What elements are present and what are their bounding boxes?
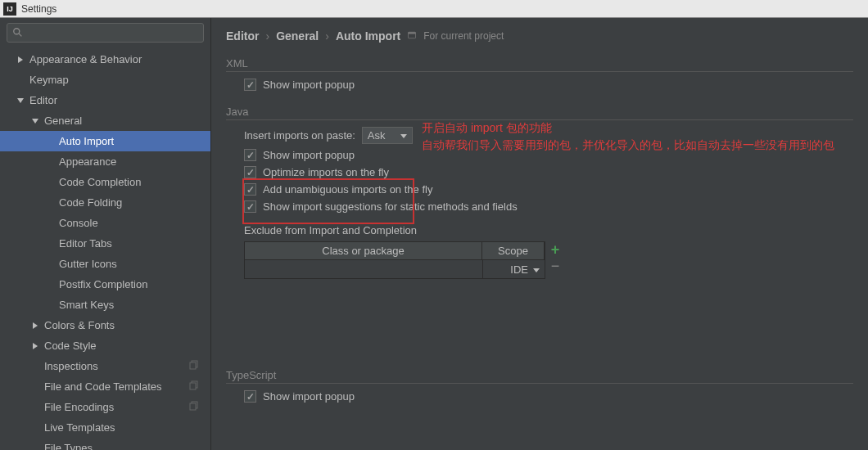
sidebar-item-label: Appearance & Behavior [29, 53, 210, 65]
checkbox-unambiguous-imports[interactable] [244, 183, 256, 196]
sidebar-item-smart-keys[interactable]: Smart Keys [0, 295, 210, 315]
checkbox-ts-show-popup[interactable] [244, 390, 256, 403]
no-arrow [44, 299, 56, 311]
chevron-down-icon[interactable] [533, 263, 540, 276]
sidebar-item-appearance[interactable]: Appearance [0, 151, 210, 172]
sidebar-item-label: Appearance [59, 155, 210, 168]
sidebar-item-keymap[interactable]: Keymap [0, 70, 210, 90]
search-icon [12, 27, 24, 38]
project-icon [407, 29, 417, 43]
remove-button[interactable]: − [549, 259, 562, 272]
settings-tree: Appearance & BehaviorKeymapEditorGeneral… [0, 47, 210, 450]
sidebar-item-code-completion[interactable]: Code Completion [0, 172, 210, 192]
table-row[interactable]: IDE [245, 260, 545, 278]
chevron-down-icon[interactable] [15, 95, 26, 106]
breadcrumb-item[interactable]: Auto Import [336, 29, 400, 43]
search-input[interactable] [7, 23, 204, 43]
sidebar: Appearance & BehaviorKeymapEditorGeneral… [0, 18, 211, 450]
checkbox-optimize-imports[interactable] [244, 166, 256, 178]
label-ts-show-popup: Show import popup [263, 390, 355, 403]
sidebar-item-appearance-behavior[interactable]: Appearance & Behavior [0, 49, 210, 70]
th-scope[interactable]: Scope [482, 242, 545, 260]
label-xml-show-popup: Show import popup [263, 79, 355, 91]
svg-rect-10 [190, 383, 196, 389]
sidebar-item-label: Inspections [44, 360, 189, 372]
sidebar-item-label: Colors & Fonts [44, 319, 210, 331]
svg-line-1 [19, 34, 22, 37]
svg-rect-12 [190, 403, 196, 410]
breadcrumb-item[interactable]: Editor [226, 29, 259, 43]
project-level-icon [189, 360, 199, 372]
checkbox-java-show-popup[interactable] [244, 149, 256, 161]
label-static-suggestions: Show import suggestions for static metho… [263, 200, 518, 213]
project-scope-label: For current project [423, 30, 504, 42]
sidebar-item-label: File Types [44, 442, 210, 450]
sidebar-item-code-style[interactable]: Code Style [0, 335, 210, 356]
label-insert-on-paste: Insert imports on paste: [244, 129, 355, 142]
sidebar-item-general[interactable]: General [0, 110, 210, 131]
sidebar-item-postfix-completion[interactable]: Postfix Completion [0, 274, 210, 295]
no-arrow [44, 279, 56, 290]
no-arrow [44, 218, 56, 229]
no-arrow [44, 156, 56, 168]
sidebar-item-label: File and Code Templates [44, 380, 189, 393]
sidebar-item-file-and-code-templates[interactable]: File and Code Templates [0, 376, 210, 397]
sidebar-item-label: Live Templates [44, 421, 210, 434]
no-arrow [29, 443, 41, 451]
chevron-down-icon[interactable] [29, 115, 41, 127]
breadcrumb-item[interactable]: General [276, 29, 319, 43]
chevron-right-icon[interactable] [29, 320, 41, 331]
sidebar-item-editor[interactable]: Editor [0, 90, 210, 110]
checkbox-xml-show-popup[interactable] [244, 79, 256, 91]
sidebar-item-label: Keymap [29, 74, 210, 86]
no-arrow [44, 238, 56, 250]
sidebar-item-file-encodings[interactable]: File Encodings [0, 397, 210, 417]
titlebar: IJ Settings [0, 0, 868, 18]
section-xml: XML [226, 57, 853, 72]
svg-marker-4 [32, 119, 38, 124]
svg-marker-15 [400, 134, 407, 138]
chevron-right-icon[interactable] [15, 54, 26, 65]
svg-marker-5 [33, 322, 38, 329]
content-panel: Editor › General › Auto Import For curre… [211, 18, 868, 450]
sidebar-item-label: File Encodings [44, 401, 189, 413]
svg-rect-8 [190, 362, 196, 369]
sidebar-item-label: Console [59, 217, 210, 229]
project-level-icon [189, 401, 199, 413]
chevron-right-icon[interactable] [29, 340, 41, 352]
sidebar-item-label: Code Completion [59, 176, 210, 188]
app-icon: IJ [3, 2, 16, 16]
svg-marker-6 [33, 343, 38, 349]
svg-marker-2 [18, 56, 23, 63]
annotation-text: 开启自动 import 包的功能 自动帮我们导入需要用到的包，并优化导入的包，比… [422, 119, 864, 154]
sidebar-item-auto-import[interactable]: Auto Import [0, 131, 210, 151]
window-title: Settings [21, 3, 57, 15]
label-optimize-imports: Optimize imports on the fly [263, 166, 389, 178]
breadcrumb: Editor › General › Auto Import For curre… [226, 29, 853, 43]
sidebar-item-label: Code Style [44, 340, 210, 352]
svg-marker-3 [17, 98, 24, 103]
label-exclude-header: Exclude from Import and Completion [244, 224, 853, 236]
th-class[interactable]: Class or package [245, 242, 482, 260]
sidebar-item-editor-tabs[interactable]: Editor Tabs [0, 233, 210, 254]
no-arrow [44, 259, 56, 270]
dropdown-insert-on-paste[interactable]: Ask [362, 127, 413, 144]
add-button[interactable]: + [549, 243, 562, 256]
chevron-down-icon [400, 129, 407, 142]
checkbox-static-suggestions[interactable] [244, 200, 256, 213]
section-java: Java [226, 106, 853, 120]
sidebar-item-label: Postfix Completion [59, 278, 210, 290]
svg-point-0 [14, 29, 20, 34]
sidebar-item-colors-fonts[interactable]: Colors & Fonts [0, 315, 210, 335]
label-unambiguous-imports: Add unambiguous imports on the fly [263, 183, 432, 196]
no-arrow [44, 136, 56, 147]
sidebar-item-live-templates[interactable]: Live Templates [0, 417, 210, 438]
exclude-table: Class or package Scope IDE [244, 241, 545, 279]
sidebar-item-inspections[interactable]: Inspections [0, 356, 210, 376]
svg-rect-14 [409, 32, 416, 34]
sidebar-item-code-folding[interactable]: Code Folding [0, 192, 210, 213]
sidebar-item-console[interactable]: Console [0, 213, 210, 233]
sidebar-item-gutter-icons[interactable]: Gutter Icons [0, 254, 210, 274]
sidebar-item-file-types[interactable]: File Types [0, 438, 210, 450]
no-arrow [44, 197, 56, 209]
